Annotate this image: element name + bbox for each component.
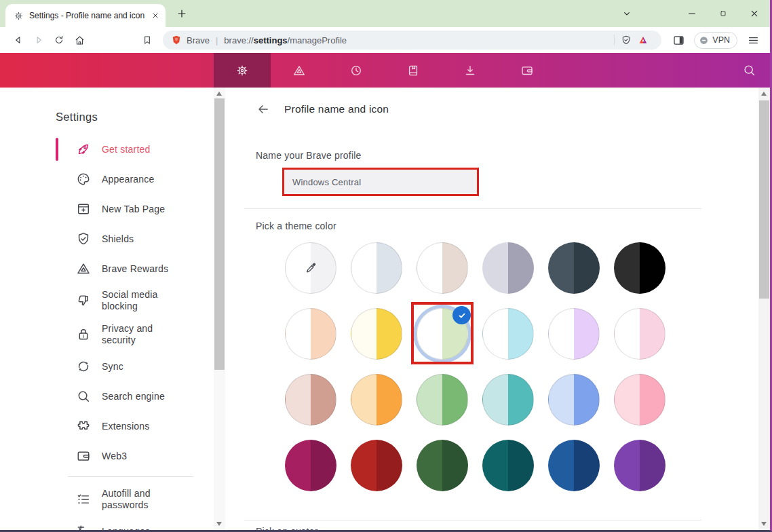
page-title: Profile name and icon <box>284 103 389 115</box>
sidebar-item-privacy-and-security[interactable]: Privacy and security <box>56 318 214 352</box>
theme-swatch-12[interactable] <box>614 308 665 360</box>
vpn-label: VPN <box>712 35 730 45</box>
sidebar-scrollbar[interactable] <box>214 88 225 530</box>
theme-swatch-20[interactable] <box>351 440 402 491</box>
theme-swatch-2[interactable] <box>351 242 402 294</box>
chevron-down-icon <box>621 8 632 19</box>
back-button[interactable] <box>8 30 28 50</box>
forward-button[interactable] <box>28 30 49 50</box>
palette-icon <box>76 172 91 187</box>
featurebar-history-button[interactable] <box>328 53 385 88</box>
sidebar-item-get-started[interactable]: Get started <box>56 134 214 164</box>
scroll-down-arrow[interactable] <box>761 522 767 526</box>
sidebar-item-social-media-blocking[interactable]: Social media blocking <box>56 284 214 318</box>
theme-swatch-17[interactable] <box>548 374 600 425</box>
scrollbar-thumb[interactable] <box>759 100 769 299</box>
vpn-button[interactable]: VPN <box>694 32 737 49</box>
swatch-circle <box>351 242 402 294</box>
swatch-circle <box>285 308 336 360</box>
theme-swatch-14[interactable] <box>351 374 402 425</box>
featurebar-downloads-button[interactable] <box>442 53 499 88</box>
theme-swatch-11[interactable] <box>548 308 600 360</box>
custom-color-swatch[interactable] <box>285 242 336 294</box>
shields-status-icon[interactable] <box>621 35 632 45</box>
theme-swatch-7[interactable] <box>285 308 336 360</box>
swatch-circle <box>285 440 336 491</box>
swatch-circle <box>482 440 534 491</box>
tab-close-icon[interactable] <box>151 11 160 20</box>
swatch-circle <box>482 374 534 425</box>
checklist-icon <box>76 492 91 507</box>
theme-swatch-15[interactable] <box>417 374 468 425</box>
sidebar-item-brave-rewards[interactable]: Brave Rewards <box>56 254 214 284</box>
featurebar-settings-button[interactable] <box>214 53 271 88</box>
annotation-box-input <box>282 168 479 196</box>
swatch-circle <box>417 242 468 294</box>
theme-swatch-6[interactable] <box>614 242 665 294</box>
home-button[interactable] <box>69 30 90 50</box>
sidebar-item-sync[interactable]: Sync <box>56 352 214 381</box>
swatch-circle <box>351 440 402 491</box>
featurebar-rewards-button[interactable] <box>271 53 328 88</box>
sidebar-item-new-tab-page[interactable]: New Tab Page <box>56 194 214 224</box>
sidebar-item-languages[interactable]: Languages <box>56 516 214 530</box>
page-scrollbar[interactable] <box>758 88 770 530</box>
theme-swatch-22[interactable] <box>482 440 534 491</box>
triangle-icon <box>292 64 306 77</box>
theme-swatch-5[interactable] <box>548 242 600 294</box>
sidebar-item-shields[interactable]: Shields <box>56 224 214 254</box>
theme-swatch-19[interactable] <box>285 440 336 491</box>
address-bar[interactable]: Brave | brave://settings/manageProfile <box>163 31 661 50</box>
swatch-circle <box>548 242 600 294</box>
window-controls <box>611 0 770 27</box>
maximize-button[interactable] <box>708 0 739 27</box>
theme-swatch-23[interactable] <box>548 440 600 491</box>
tab-title: Settings - Profile name and icon <box>29 11 147 20</box>
section-divider <box>244 208 701 209</box>
new-tab-button[interactable] <box>171 3 193 24</box>
settings-content: Settings Get started Appearance New Tab … <box>0 88 770 530</box>
theme-swatch-4[interactable] <box>482 242 534 294</box>
bookmark-button[interactable] <box>137 30 157 50</box>
reload-button[interactable] <box>49 30 69 50</box>
sidebar-item-autofill-and-passwords[interactable]: Autofill and passwords <box>56 482 214 516</box>
theme-swatch-selected[interactable] <box>417 308 468 360</box>
theme-color-grid <box>285 242 665 491</box>
theme-swatch-3[interactable] <box>417 242 468 294</box>
theme-swatch-16[interactable] <box>482 374 534 425</box>
search-icon[interactable] <box>742 63 756 77</box>
swatch-circle <box>285 374 336 425</box>
scroll-down-arrow[interactable] <box>216 522 222 526</box>
theme-swatch-8[interactable] <box>351 308 402 360</box>
book-icon <box>406 64 420 77</box>
theme-swatch-10[interactable] <box>482 308 534 360</box>
sidebar-item-web3[interactable]: Web3 <box>56 441 214 471</box>
section-divider-bottom <box>244 520 701 520</box>
theme-swatch-24[interactable] <box>614 440 665 491</box>
theme-swatch-13[interactable] <box>285 374 336 425</box>
sidebar-item-search-engine[interactable]: Search engine <box>56 381 214 411</box>
browser-tab[interactable]: Settings - Profile name and icon <box>5 4 166 27</box>
sidebar-toggle-button[interactable] <box>668 30 689 50</box>
bat-rewards-icon[interactable] <box>638 35 649 45</box>
theme-swatch-21[interactable] <box>417 440 468 491</box>
scroll-up-arrow[interactable] <box>216 92 222 96</box>
scrollbar-thumb[interactable] <box>214 98 225 370</box>
close-icon <box>749 8 760 19</box>
featurebar-bookmarks-button[interactable] <box>385 53 442 88</box>
featurebar-wallet-button[interactable] <box>499 53 556 88</box>
window-close-button[interactable] <box>739 0 770 27</box>
scroll-up-arrow[interactable] <box>761 92 767 96</box>
minimize-button[interactable] <box>676 0 708 27</box>
tab-search-button[interactable] <box>611 0 642 27</box>
download-icon <box>463 64 477 77</box>
sidebar-item-extensions[interactable]: Extensions <box>56 411 214 441</box>
settings-title: Settings <box>56 111 214 124</box>
back-arrow-button[interactable] <box>256 102 270 116</box>
theme-swatch-18[interactable] <box>614 374 665 425</box>
home-icon <box>74 35 85 46</box>
sidebar-item-appearance[interactable]: Appearance <box>56 164 214 194</box>
swatch-circle <box>614 308 665 360</box>
menu-button[interactable] <box>743 30 763 50</box>
profile-name-input[interactable] <box>284 170 477 194</box>
